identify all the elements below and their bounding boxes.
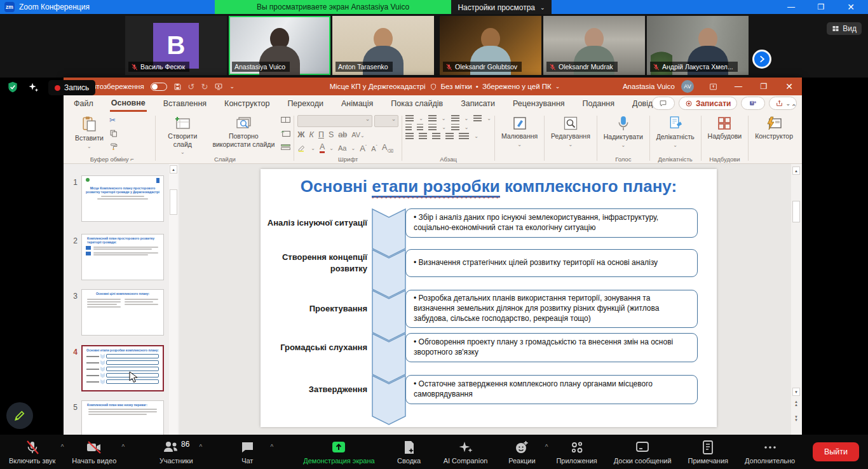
- grow-font-button[interactable]: Аˆ: [360, 144, 367, 153]
- underline-button[interactable]: П: [318, 130, 324, 139]
- font-size-combo[interactable]: [374, 115, 398, 127]
- restore-button[interactable]: ❐: [810, 0, 832, 14]
- participant-tile-anastasiya[interactable]: Anastasiya Vuico: [229, 16, 330, 75]
- tab-design[interactable]: Конструктор: [223, 97, 271, 111]
- minimize-button[interactable]: —: [780, 0, 802, 14]
- slideshow-icon[interactable]: [214, 83, 223, 91]
- unmute-button[interactable]: Включить звук ^: [9, 440, 55, 465]
- whiteboards-button[interactable]: Доски сообщений: [614, 440, 672, 465]
- chevron-up-icon[interactable]: ^: [122, 444, 125, 451]
- current-slide[interactable]: Основні етапи розробки комплексного план…: [261, 169, 717, 427]
- drawing-button[interactable]: Малювання ⌄: [498, 115, 541, 148]
- addins-button[interactable]: Надбудови: [705, 115, 745, 141]
- tab-file[interactable]: Файл: [72, 97, 95, 111]
- more-button[interactable]: Дополнительно: [745, 440, 795, 465]
- copy-icon[interactable]: [109, 129, 118, 137]
- chevron-up-icon[interactable]: ^: [200, 444, 203, 451]
- numbered-list-icon[interactable]: [428, 115, 437, 121]
- scrollbar-thumb[interactable]: [792, 201, 800, 222]
- decrease-indent-icon[interactable]: [405, 124, 412, 130]
- chevron-up-icon[interactable]: ^: [61, 444, 64, 451]
- shrink-font-button[interactable]: Аˇ: [371, 144, 377, 153]
- document-title-area[interactable]: Місце КП у Держгеокадастрі Без мітки • З…: [305, 78, 585, 95]
- highlight-pen-icon[interactable]: [297, 144, 306, 152]
- chat-button[interactable]: Чат ^: [229, 440, 265, 465]
- start-video-button[interactable]: Начать видео ^: [72, 440, 116, 465]
- font-name-combo[interactable]: [297, 115, 372, 127]
- apps-button[interactable]: Приложения: [556, 440, 597, 465]
- participant-tile-anton[interactable]: Anton Tarasenko: [332, 16, 434, 75]
- align-right-icon[interactable]: [432, 133, 440, 139]
- close-button[interactable]: ✕: [840, 0, 862, 14]
- columns-icon[interactable]: [428, 124, 437, 130]
- editing-button[interactable]: Редагування ⌄: [548, 115, 593, 148]
- chevron-up-icon[interactable]: ^: [271, 444, 274, 451]
- scrollbar-thumb[interactable]: [170, 189, 177, 215]
- layout-icon[interactable]: [281, 116, 290, 123]
- annotate-pencil-button[interactable]: [6, 402, 33, 429]
- participants-button[interactable]: 86 Участники ^: [158, 440, 194, 465]
- font-color-button[interactable]: А: [320, 143, 325, 153]
- bullet-list-icon[interactable]: [405, 115, 414, 121]
- comments-button[interactable]: [652, 97, 675, 110]
- change-case-button[interactable]: Aa: [338, 144, 346, 152]
- participant-tile-golubtsov[interactable]: Oleksandr Golubtsov: [440, 16, 541, 75]
- designer-button[interactable]: Конструктор: [752, 115, 796, 141]
- autosave-toggle[interactable]: [151, 83, 167, 91]
- qat-more-icon[interactable]: ⌄: [229, 83, 234, 90]
- tab-home[interactable]: Основне: [110, 96, 147, 112]
- align-center-icon[interactable]: [419, 133, 427, 139]
- ai-companion-button[interactable]: AI Companion: [444, 440, 488, 465]
- tab-slideshow[interactable]: Показ слайдів: [390, 97, 444, 111]
- new-slide-button[interactable]: Створити слайд ⌄: [159, 115, 206, 156]
- scroll-up-button[interactable]: ▲: [170, 165, 177, 173]
- vertical-scrollbar[interactable]: ▲ ▼ ▲▲ ▼▼: [791, 164, 802, 435]
- sections-icon[interactable]: [281, 144, 290, 151]
- leave-meeting-button[interactable]: Выйти: [813, 442, 859, 461]
- strikethrough-button[interactable]: ab: [338, 130, 347, 139]
- panel-scrollbar[interactable]: ▲: [169, 164, 178, 435]
- ppt-minimize-button[interactable]: —: [726, 78, 751, 95]
- dictate-button[interactable]: Надиктувати ⌄: [600, 115, 646, 149]
- slide-thumbnail-1[interactable]: Місце Комплексного плану просторового ро…: [81, 175, 164, 222]
- text-direction-icon[interactable]: [473, 115, 482, 121]
- bold-button[interactable]: Ж: [297, 130, 304, 139]
- italic-button[interactable]: К: [309, 130, 314, 139]
- reuse-slides-button[interactable]: Повторно використати слайди: [208, 115, 278, 149]
- format-painter-icon[interactable]: [109, 142, 118, 151]
- summary-button[interactable]: Сводка: [391, 440, 427, 465]
- participant-tile-vasyl[interactable]: B Василь Фесюк: [125, 16, 227, 75]
- security-shield-icon[interactable]: [6, 81, 19, 93]
- cut-icon[interactable]: ✂: [109, 116, 118, 124]
- next-slide-button[interactable]: ▼▼: [792, 416, 800, 422]
- align-text-icon[interactable]: [451, 124, 459, 130]
- scroll-down-button[interactable]: ▼: [792, 388, 800, 396]
- justify-icon[interactable]: [445, 133, 454, 139]
- slide-thumbnail-4-selected[interactable]: Основні етапи розробки комплексного план…: [81, 345, 164, 391]
- ribbon-display-options-icon[interactable]: [700, 78, 726, 95]
- clear-format-button[interactable]: А⌫: [382, 143, 393, 154]
- participant-tile-andriy[interactable]: Андрій Лакуста Хмел...: [647, 16, 749, 75]
- participant-tile-mudrak[interactable]: Oleksandr Mudrak: [543, 16, 645, 75]
- reset-slide-icon[interactable]: [281, 130, 290, 137]
- view-layout-button[interactable]: Вид: [827, 22, 862, 35]
- shadow-button[interactable]: S: [329, 130, 334, 139]
- line-spacing-icon[interactable]: [451, 115, 459, 121]
- save-icon[interactable]: [173, 83, 182, 91]
- slide-thumbnail-3[interactable]: Основні цілі комплексного плану:: [81, 289, 164, 336]
- tab-animations[interactable]: Анімація: [340, 97, 374, 111]
- teams-share-button[interactable]: T: [741, 97, 765, 110]
- smartart-convert-icon[interactable]: [459, 133, 469, 139]
- tab-view[interactable]: Подання: [581, 97, 616, 111]
- tab-review[interactable]: Рецензування: [512, 97, 566, 111]
- align-left-icon[interactable]: [405, 133, 414, 139]
- redo-icon[interactable]: ↻: [201, 82, 208, 92]
- view-settings-button[interactable]: Настройки просмотра ⌄: [451, 0, 552, 15]
- ppt-close-button[interactable]: ✕: [776, 78, 802, 95]
- tab-transitions[interactable]: Переходи: [286, 97, 325, 111]
- slide-thumbnail-2[interactable]: Комплексний план просторового розвитку т…: [81, 234, 164, 280]
- chevron-up-icon[interactable]: ^: [545, 444, 548, 451]
- next-participants-button[interactable]: [752, 50, 771, 69]
- share-screen-button[interactable]: Демонстрация экрана: [303, 440, 374, 465]
- tab-record[interactable]: Записати: [459, 97, 496, 111]
